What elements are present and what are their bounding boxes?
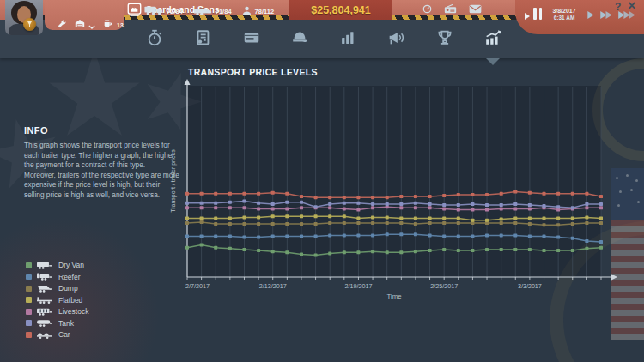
gauge-button[interactable] <box>422 3 432 16</box>
data-point-marker <box>328 251 331 255</box>
data-point-marker <box>200 243 204 246</box>
data-point-marker <box>471 219 474 222</box>
data-point-marker <box>243 222 246 226</box>
data-point-marker <box>513 202 517 206</box>
data-point-marker <box>243 200 246 203</box>
data-point-marker <box>386 196 389 199</box>
x-tick-label: 2/13/2017 <box>259 282 287 290</box>
data-point-marker <box>571 192 574 196</box>
data-point-marker <box>471 202 474 206</box>
data-point-marker <box>271 235 275 238</box>
data-point-marker <box>285 222 289 226</box>
data-point-marker <box>285 214 289 218</box>
x-tick-label: 2/19/2017 <box>344 282 372 290</box>
tab-staff[interactable] <box>276 20 324 58</box>
data-point-marker <box>513 233 517 237</box>
data-point-marker <box>300 235 303 238</box>
data-point-marker <box>328 206 331 209</box>
data-point-marker <box>257 215 260 219</box>
bar-chart-icon <box>338 28 357 50</box>
data-point-marker <box>243 236 246 239</box>
tab-marketing[interactable] <box>372 20 420 58</box>
data-point-marker <box>200 220 204 224</box>
repair-wrench-button[interactable] <box>57 19 67 32</box>
data-point-marker <box>442 221 446 225</box>
data-point-marker <box>386 202 389 206</box>
data-point-marker <box>585 239 588 243</box>
data-point-marker <box>442 235 446 238</box>
speed-1-button[interactable] <box>586 9 595 22</box>
data-point-marker <box>399 232 403 236</box>
trailer-icon <box>193 3 212 19</box>
help-button[interactable]: ? <box>615 1 621 13</box>
data-point-marker <box>414 202 417 205</box>
data-point-marker <box>285 192 289 196</box>
data-point-marker <box>314 222 318 226</box>
tab-achievements[interactable] <box>421 20 469 58</box>
data-point-marker <box>200 217 204 220</box>
close-button[interactable]: × <box>628 0 635 14</box>
legend-color-swatch <box>26 286 32 292</box>
legend-color-swatch <box>26 274 32 280</box>
data-point-marker <box>585 206 588 209</box>
data-point-marker <box>500 233 503 237</box>
truck-stat-value: 72/84 <box>167 8 183 15</box>
data-point-marker <box>356 202 360 205</box>
data-point-marker <box>500 203 503 207</box>
tab-price-levels[interactable] <box>469 20 517 58</box>
data-point-marker <box>271 222 275 226</box>
data-point-marker <box>371 233 374 237</box>
data-point-marker <box>314 196 318 199</box>
legend-label: Dry Van <box>58 261 84 269</box>
chevron-down-icon[interactable] <box>88 17 95 33</box>
data-point-marker <box>500 207 503 210</box>
radio-button[interactable] <box>444 3 457 16</box>
data-point-marker <box>214 217 217 220</box>
data-point-marker <box>414 195 417 198</box>
speed-2-button[interactable] <box>598 9 613 22</box>
data-point-marker <box>399 195 403 198</box>
legend-item: Reefer <box>26 274 88 281</box>
data-point-marker <box>356 196 360 199</box>
legend-item: Tank <box>26 320 88 327</box>
data-point-marker <box>228 217 232 220</box>
pause-button[interactable] <box>533 8 542 20</box>
game-time: 6:31 AM <box>546 15 582 21</box>
y-axis-label: Transport / trailer prices <box>170 149 177 213</box>
data-point-marker <box>599 195 603 198</box>
data-point-marker <box>314 254 318 257</box>
legend-color-swatch <box>26 297 32 303</box>
data-point-marker <box>300 201 303 204</box>
tab-statistics[interactable] <box>324 20 372 58</box>
data-point-marker <box>585 247 588 250</box>
data-point-marker <box>428 195 432 198</box>
data-point-marker <box>571 217 574 220</box>
truck-icon <box>144 3 163 19</box>
avatar[interactable] <box>5 0 43 35</box>
tab-contracts[interactable] <box>179 20 227 58</box>
game-window: Sparda and Sons 13 72/84 71/84 <box>0 0 644 362</box>
tab-finances[interactable] <box>228 20 276 58</box>
data-point-marker <box>442 207 446 210</box>
data-point-marker <box>571 249 574 252</box>
legend-item: Car <box>26 331 88 338</box>
data-point-marker <box>556 236 560 239</box>
data-point-marker <box>356 233 360 237</box>
data-point-marker <box>414 217 417 220</box>
tab-timer[interactable] <box>131 20 179 58</box>
data-point-marker <box>543 223 546 226</box>
legend-label: Car <box>58 330 70 339</box>
mail-button[interactable] <box>469 3 482 16</box>
price-chart-icon <box>483 28 502 50</box>
data-point-marker <box>371 206 374 209</box>
data-point-marker <box>414 232 417 236</box>
coffee-cup-button[interactable] <box>102 19 112 32</box>
data-point-marker <box>257 236 260 239</box>
data-point-marker <box>285 201 289 204</box>
data-point-marker <box>457 208 460 212</box>
data-point-marker <box>257 222 260 226</box>
garage-button[interactable] <box>74 18 86 32</box>
data-point-marker <box>243 206 246 209</box>
data-point-marker <box>399 202 403 206</box>
data-point-marker <box>585 215 588 219</box>
